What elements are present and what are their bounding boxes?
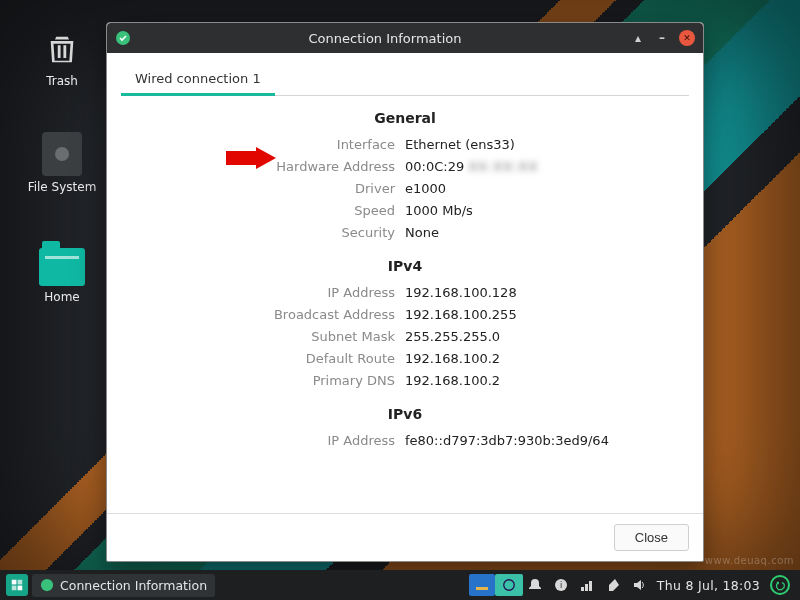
app-icon [115,30,131,46]
value-ipv6-ip: fe80::d797:3db7:930b:3ed9/64 [405,430,689,452]
svg-text:i: i [560,581,562,590]
trash-icon [42,26,82,70]
launcher-show-desktop[interactable] [469,574,495,596]
section-ipv4: IPv4 IP Address192.168.100.128 Broadcast… [121,258,689,392]
taskbar: Connection Information i Thu 8 Jul, 18:0… [0,570,800,600]
window-content: Wired connection 1 General InterfaceEthe… [107,53,703,513]
clipboard-icon[interactable] [605,577,621,593]
value-driver: e1000 [405,178,689,200]
value-ipv4-subnet: 255.255.255.0 [405,326,689,348]
system-tray: i Thu 8 Jul, 18:03 ⭮ [527,575,794,595]
logout-button[interactable]: ⭮ [770,575,790,595]
svg-rect-13 [589,581,592,591]
button-bar: Close [107,513,703,561]
value-ipv4-dns: 192.168.100.2 [405,370,689,392]
clock[interactable]: Thu 8 Jul, 18:03 [657,578,760,593]
watermark-text: www.deuaq.com [705,555,794,566]
launcher-browser[interactable] [495,574,523,596]
svg-rect-2 [18,580,23,585]
taskbar-launchers [469,574,523,596]
close-button[interactable]: Close [614,524,689,551]
label-ipv4-route: Default Route [121,348,405,370]
hwaddr-visible: 00:0C:29 [405,156,464,178]
section-heading: IPv6 [121,406,689,422]
hwaddr-redacted: XX:XX:XX [468,156,538,178]
notification-icon[interactable] [527,577,543,593]
app-icon [40,578,54,592]
label-ipv4-subnet: Subnet Mask [121,326,405,348]
label-ipv4-broadcast: Broadcast Address [121,304,405,326]
label-ipv6-ip: IP Address [121,430,405,452]
titlebar[interactable]: Connection Information [107,23,703,53]
section-general: General InterfaceEthernet (ens33) Hardwa… [121,110,689,244]
desktop-icon-trash[interactable]: Trash [24,26,100,88]
taskbar-item-connection-info[interactable]: Connection Information [32,574,215,597]
desktop-icon-label: Trash [24,74,100,88]
window-roll-up-button[interactable] [631,31,645,45]
taskbar-item-label: Connection Information [60,578,207,593]
desktop-icon-home[interactable]: Home [24,248,100,304]
tab-wired-connection[interactable]: Wired connection 1 [121,63,275,96]
label-speed: Speed [121,200,405,222]
section-ipv6: IPv6 IP Addressfe80::d797:3db7:930b:3ed9… [121,406,689,452]
value-speed: 1000 Mb/s [405,200,689,222]
svg-rect-11 [581,587,584,591]
value-ipv4-ip: 192.168.100.128 [405,282,689,304]
svg-rect-12 [585,584,588,591]
label-hardware-address: Hardware Address [121,156,405,178]
label-driver: Driver [121,178,405,200]
desktop-icon-label: File System [24,180,100,194]
folder-icon [39,248,85,286]
value-interface: Ethernet (ens33) [405,134,689,156]
svg-point-8 [504,580,515,591]
update-icon[interactable]: i [553,577,569,593]
section-heading: IPv4 [121,258,689,274]
label-interface: Interface [121,134,405,156]
desktop-icon-label: Home [24,290,100,304]
value-hardware-address: 00:0C:29 XX:XX:XX [405,156,689,178]
window-minimize-button[interactable] [655,31,669,45]
disk-icon [42,132,82,176]
svg-point-5 [41,579,53,591]
network-icon[interactable] [579,577,595,593]
label-security: Security [121,222,405,244]
window-close-button[interactable] [679,30,695,46]
section-heading: General [121,110,689,126]
start-menu-button[interactable] [6,574,28,596]
desktop-icon-filesystem[interactable]: File System [24,132,100,194]
svg-rect-1 [12,580,17,585]
connection-info-window: Connection Information Wired connection … [106,22,704,562]
svg-rect-3 [12,586,17,591]
window-title: Connection Information [139,31,631,46]
value-ipv4-route: 192.168.100.2 [405,348,689,370]
svg-rect-7 [476,587,488,590]
label-ipv4-ip: IP Address [121,282,405,304]
value-ipv4-broadcast: 192.168.100.255 [405,304,689,326]
value-security: None [405,222,689,244]
volume-icon[interactable] [631,577,647,593]
label-ipv4-dns: Primary DNS [121,370,405,392]
tabbar: Wired connection 1 [121,63,689,96]
svg-rect-4 [18,586,23,591]
